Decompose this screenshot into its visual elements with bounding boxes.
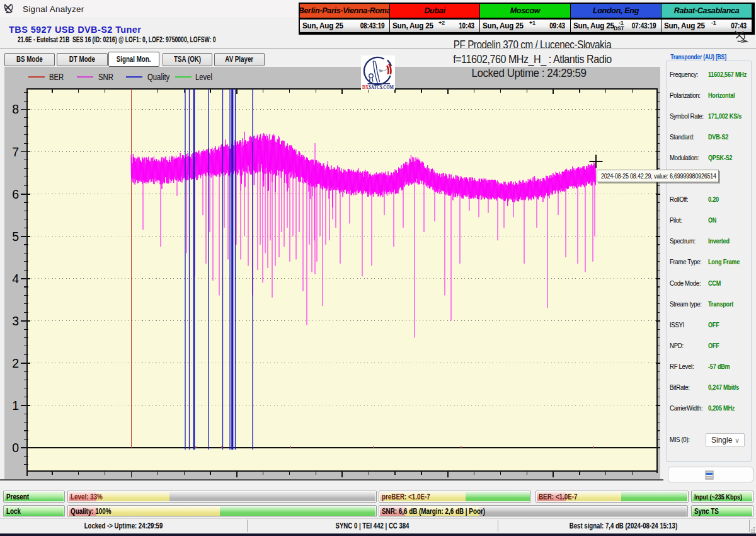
svg-text:6: 6 <box>12 187 19 201</box>
svg-text:3: 3 <box>12 314 19 328</box>
svg-text:0: 0 <box>12 441 19 455</box>
svg-text:7: 7 <box>12 145 19 159</box>
svg-text:DXSATCS.COM: DXSATCS.COM <box>362 84 394 90</box>
svg-text:8: 8 <box>12 102 19 116</box>
svg-text:1: 1 <box>12 399 19 412</box>
svg-text:5: 5 <box>12 230 19 243</box>
svg-text:4: 4 <box>12 272 19 286</box>
svg-text:2: 2 <box>12 356 19 370</box>
